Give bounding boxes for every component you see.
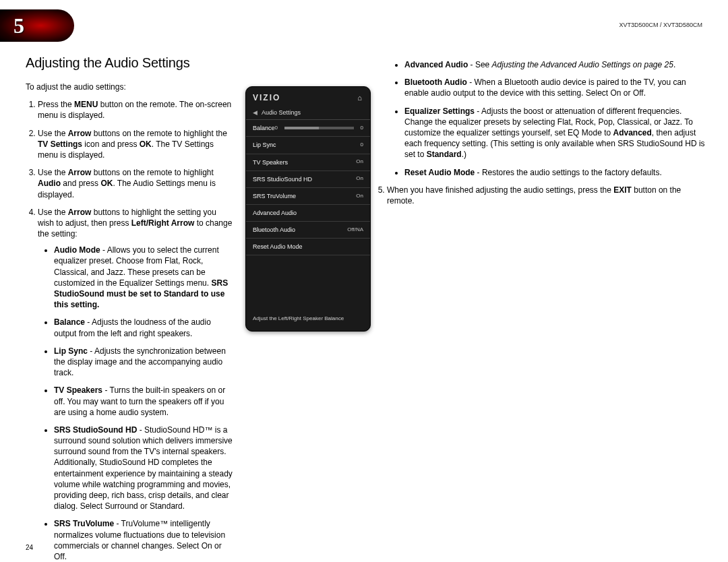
model-label: XVT3D500CM / XVT3D580CM [619, 22, 702, 28]
bullet-equalizer: Equalizer Settings - Adjusts the boost o… [404, 106, 705, 160]
chapter-number: 5 [13, 13, 24, 38]
step-4: Use the Arrow buttons to highlight the s… [38, 207, 233, 562]
left-column: Adjusting the Audio Settings To adjust t… [26, 54, 356, 562]
bullet-srs-truvolume: SRS TruVolume - TruVolume™ intelligently… [54, 518, 233, 562]
right-column: Advanced Audio - See Adjusting the Advan… [375, 54, 705, 562]
step-2: Use the Arrow buttons on the remote to h… [38, 128, 233, 161]
chapter-badge: 5 [0, 9, 74, 42]
intro-text: To adjust the audio settings: [26, 82, 221, 92]
bullet-list-left: Audio Mode - Allows you to select the cu… [38, 245, 233, 562]
tv-brand-row: VIZIO ⌂ [246, 87, 370, 106]
bullet-tv-speakers: TV Speakers - Turns the built-in speaker… [54, 385, 233, 418]
step-1: Press the MENU button on the remote. The… [38, 99, 233, 121]
page-title: Adjusting the Audio Settings [26, 54, 356, 72]
step-5: When you have finished adjusting the aud… [387, 185, 705, 206]
tv-row-studiosound: SRS StudioSound HD On [246, 171, 370, 188]
bullet-advanced-audio: Advanced Audio - See Adjusting the Advan… [404, 59, 705, 70]
bullet-reset-audio: Reset Audio Mode - Restores the audio se… [404, 167, 705, 178]
tv-row-tvspeakers: TV Speakers On [246, 154, 370, 171]
bullet-balance: Balance - Adjusts the loudness of the au… [54, 317, 233, 338]
tv-menu-title: ◀ Audio Settings [246, 106, 370, 120]
slider-icon [284, 127, 354, 129]
bullet-list-right: Advanced Audio - See Adjusting the Advan… [375, 59, 705, 178]
content-columns: Adjusting the Audio Settings To adjust t… [26, 54, 705, 562]
tv-brand-label: VIZIO [253, 92, 280, 103]
bullet-lip-sync: Lip Sync - Adjusts the synchronization b… [54, 346, 233, 379]
step-5-list: When you have finished adjusting the aud… [375, 185, 705, 206]
bullet-srs-studiosound: SRS StudioSound HD - StudioSound HD™ is … [54, 425, 233, 512]
bullet-audio-mode: Audio Mode - Allows you to select the cu… [54, 245, 229, 310]
tv-row-balance: Balance 0 0 [246, 120, 370, 137]
tv-row-reset: Reset Audio Mode [246, 239, 370, 255]
tv-row-advanced: Advanced Audio [246, 205, 370, 222]
tv-row-truvolume: SRS TruVolume On [246, 188, 370, 205]
back-icon: ◀ [253, 108, 257, 117]
home-icon: ⌂ [357, 93, 363, 103]
bullet-bluetooth-audio: Bluetooth Audio - When a Bluetooth audio… [404, 77, 705, 98]
tv-hint-text: Adjust the Left/Right Speaker Balance [253, 315, 363, 323]
step-3: Use the Arrow buttons on the remote to h… [38, 167, 233, 200]
tv-menu-screenshot: VIZIO ⌂ ◀ Audio Settings Balance 0 0 Lip… [245, 86, 371, 332]
tv-row-lipsync: Lip Sync 0 [246, 137, 370, 154]
tv-row-bluetooth: Bluetooth Audio Off/NA [246, 222, 370, 239]
